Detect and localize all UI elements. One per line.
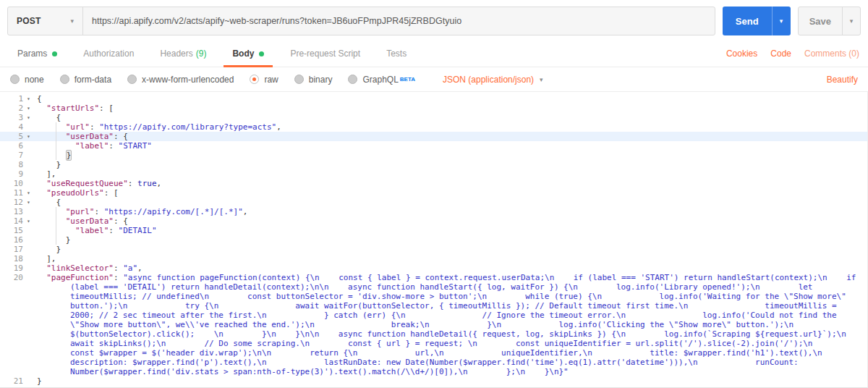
- code-text: "startUrls": [: [34, 104, 867, 113]
- code-line-10[interactable]: 10 "useRequestQueue": true,: [0, 179, 867, 188]
- gutter-spacer: [23, 169, 34, 179]
- save-options-button[interactable]: ▾: [842, 7, 860, 35]
- fold-caret-icon[interactable]: ▾: [23, 188, 34, 198]
- line-number: 4: [0, 122, 23, 132]
- code-line-11[interactable]: 11▾ "pseudoUrls": [: [0, 188, 867, 198]
- body-mode-binary[interactable]: binary: [294, 75, 333, 85]
- code-token: "a": [123, 263, 137, 273]
- line-number: 10: [0, 179, 23, 188]
- save-button[interactable]: Save: [799, 7, 842, 35]
- gutter-spacer: [23, 160, 34, 169]
- code-text: "label": "DETAIL": [34, 226, 867, 235]
- code-line-9[interactable]: 9 ],: [0, 169, 867, 179]
- fold-caret-icon[interactable]: ▾: [23, 198, 34, 207]
- fold-caret-icon[interactable]: ▾: [23, 216, 34, 226]
- code-token: ,: [157, 179, 162, 188]
- code-line-5[interactable]: 5▾ "userData": {: [0, 132, 867, 141]
- radio-icon: [294, 75, 304, 84]
- line-number: 3: [0, 113, 23, 122]
- code-token: "linkSelector": [46, 263, 114, 273]
- code-line-19[interactable]: 19 "linkSelector": "a",: [0, 263, 867, 273]
- code-line-14[interactable]: 14▾ "userData": {: [0, 216, 867, 226]
- code-token: :: [90, 122, 99, 132]
- cookies-link[interactable]: Cookies: [726, 48, 757, 59]
- code-link[interactable]: Code: [770, 48, 791, 59]
- body-mode-radios: noneform-datax-www-form-urlencodedrawbin…: [10, 75, 431, 85]
- gutter-spacer: [23, 141, 34, 151]
- code-text: }: [34, 160, 867, 169]
- body-mode-form-data[interactable]: form-data: [60, 75, 111, 85]
- comments-link[interactable]: Comments (0): [804, 48, 859, 59]
- beautify-button[interactable]: Beautify: [827, 75, 858, 85]
- code-text: ],: [34, 254, 867, 263]
- code-line-17[interactable]: 17 }: [0, 245, 867, 254]
- radio-icon: [348, 75, 357, 84]
- code-line-15[interactable]: 15 "label": "DETAIL": [0, 226, 867, 235]
- content-type-dropdown[interactable]: JSON (application/json) ▾: [443, 75, 543, 85]
- send-button-group: Send ▾: [723, 7, 791, 35]
- code-line-3[interactable]: 3▾ {: [0, 113, 867, 122]
- tab-params[interactable]: Params: [9, 41, 66, 67]
- method-dropdown[interactable]: POST ▾: [8, 7, 83, 35]
- line-number: 5: [0, 132, 23, 141]
- green-dot-icon: [259, 51, 264, 56]
- code-token: "useRequestQueue": [46, 179, 128, 188]
- fold-caret-icon[interactable]: ▾: [23, 104, 34, 113]
- tab-authorization[interactable]: Authorization: [75, 41, 142, 67]
- fold-caret-icon[interactable]: ▾: [23, 132, 34, 141]
- request-tabs: ParamsAuthorizationHeaders(9)BodyPre-req…: [0, 41, 868, 67]
- code-line-4[interactable]: 4 "url": "https://apify.com/library?type…: [0, 122, 867, 132]
- tab-body[interactable]: Body: [224, 41, 273, 67]
- code-token: : {: [114, 216, 128, 226]
- code-line-6[interactable]: 6 "label": "START": [0, 141, 867, 151]
- gutter-spacer: [23, 254, 34, 263]
- tab-tests[interactable]: Tests: [378, 41, 415, 67]
- code-token: }: [66, 150, 72, 161]
- code-token: :: [114, 263, 123, 273]
- radio-icon: [10, 75, 20, 84]
- send-button[interactable]: Send: [723, 7, 772, 35]
- content-type-label: JSON (application/json): [443, 75, 534, 85]
- line-number: 9: [0, 169, 23, 179]
- code-line-12[interactable]: 12▾ {: [0, 198, 867, 207]
- code-line-21[interactable]: 21}: [0, 376, 867, 386]
- gutter-spacer: [23, 273, 34, 376]
- tab-headers[interactable]: Headers(9): [151, 41, 215, 67]
- code-token: "START": [119, 141, 152, 151]
- body-mode-none[interactable]: none: [10, 75, 44, 85]
- fold-caret-icon[interactable]: ▾: [23, 113, 34, 122]
- raw-body-editor[interactable]: 1▾{2▾ "startUrls": [3▾ {4 "url": "https:…: [0, 92, 868, 388]
- code-token: [37, 122, 66, 132]
- url-input[interactable]: [83, 7, 715, 35]
- code-line-13[interactable]: 13 "purl": "https://apify.com/[.*]/[.*]"…: [0, 207, 867, 216]
- green-dot-icon: [52, 51, 57, 56]
- chevron-down-icon: ▾: [70, 17, 74, 25]
- body-mode-raw[interactable]: raw: [250, 75, 278, 85]
- code-line-18[interactable]: 18 ],: [0, 254, 867, 263]
- code-line-16[interactable]: 16 }: [0, 235, 867, 245]
- tab-pre-request-script[interactable]: Pre-request Script: [281, 41, 369, 67]
- code-line-7[interactable]: 7 }: [0, 151, 867, 160]
- code-line-20[interactable]: 20 "pageFunction": "async function pageF…: [0, 273, 867, 376]
- code-token: [37, 104, 46, 113]
- code-token: {: [37, 198, 61, 207]
- code-line-8[interactable]: 8 }: [0, 160, 867, 169]
- code-token: : {: [114, 132, 128, 141]
- code-token: "DETAIL": [119, 226, 157, 235]
- send-options-button[interactable]: ▾: [772, 7, 791, 35]
- code-text: "pageFunction": "async function pageFunc…: [34, 273, 867, 376]
- code-text: }: [34, 235, 867, 245]
- code-line-1[interactable]: 1▾{: [0, 94, 867, 104]
- code-text: }: [34, 151, 867, 160]
- mode-label: none: [25, 75, 44, 85]
- code-text: "linkSelector": "a",: [34, 263, 867, 273]
- code-line-2[interactable]: 2▾ "startUrls": [: [0, 104, 867, 113]
- line-number: 8: [0, 160, 23, 169]
- tab-label: Params: [17, 48, 47, 59]
- fold-caret-icon[interactable]: ▾: [23, 94, 34, 104]
- method-label: POST: [17, 16, 41, 26]
- body-mode-graphql[interactable]: GraphQLBETA: [348, 75, 415, 85]
- code-token: [37, 216, 66, 226]
- body-mode-row: noneform-datax-www-form-urlencodedrawbin…: [0, 67, 868, 92]
- body-mode-x-www-form-urlencoded[interactable]: x-www-form-urlencoded: [127, 75, 234, 85]
